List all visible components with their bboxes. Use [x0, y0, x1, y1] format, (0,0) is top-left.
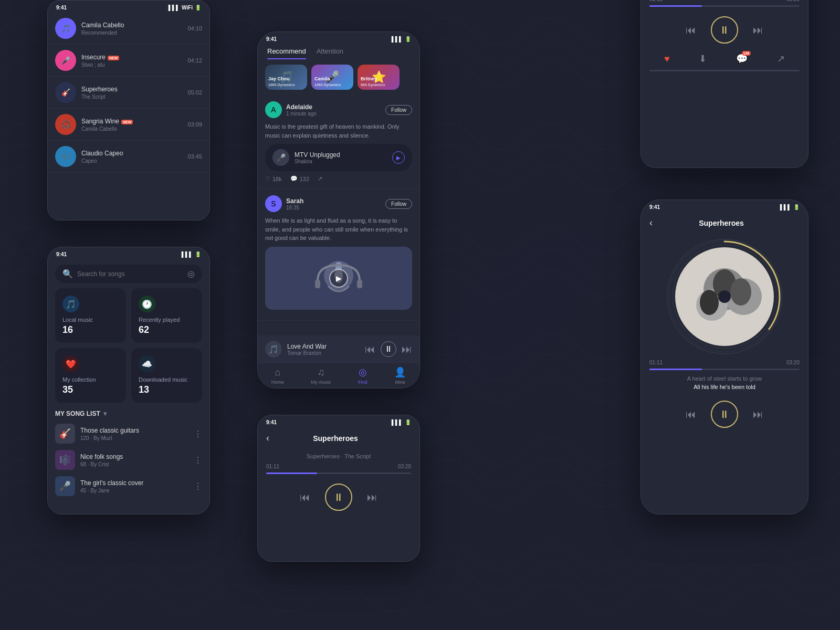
card-label: Recently played	[139, 317, 195, 323]
progress-start-5: 01:11	[649, 360, 663, 365]
more-options-icon[interactable]: ⋮	[194, 455, 202, 465]
card-count: 62	[139, 324, 195, 335]
player-header-5: ‹ Superheroes	[641, 212, 808, 234]
post-time-adelaide: 1 minute ago	[286, 111, 317, 117]
playlist-thumb: 🎤	[55, 476, 75, 496]
search-bar[interactable]: 🔍 ◎	[55, 265, 202, 283]
nav-label: Home	[271, 380, 284, 385]
list-item[interactable]: 🎼 Nice folk songs 68 · By Crist ⋮	[55, 450, 202, 470]
nav-item-home[interactable]: ⌂ Home	[271, 367, 284, 385]
avatar-adelaide: A	[265, 101, 282, 118]
phone-superheroes-player: 9:41 ▌▌▌ 🔋 ‹ Superheroes	[640, 200, 808, 514]
phone-superheroes-bottom: 9:41 ▌▌▌ 🔋 ‹ Superheroes Superheroes · T…	[257, 415, 420, 562]
song-list-item[interactable]: 🎸 Superheroes The Script 05:02	[48, 77, 209, 109]
progress-bar-4[interactable]	[641, 5, 808, 7]
song-avatar: 🎧	[55, 114, 76, 135]
song-avatar: 🎶	[55, 146, 76, 167]
more-options-icon[interactable]: ⋮	[194, 429, 202, 439]
mini-player-thumb: 🎵	[265, 341, 282, 358]
artist-chip[interactable]: ⭐ Britney864 Dynamics	[358, 65, 400, 90]
lyric-5-0: A heart of steel starts to grow	[649, 375, 800, 382]
progress-bar-6[interactable]	[258, 472, 419, 474]
song-title: Superheroes	[81, 86, 182, 93]
play-pause-btn-6[interactable]: ⏸	[325, 484, 352, 511]
more-options-icon[interactable]: ⋮	[194, 481, 202, 491]
vinyl-wrapper-5	[667, 239, 782, 354]
like-btn-4[interactable]: ♥	[664, 53, 670, 65]
tab-recommend[interactable]: Recommend	[267, 47, 306, 59]
search-input[interactable]	[77, 270, 183, 278]
nav-icon: ⌂	[275, 367, 280, 378]
song-duration: 04:10	[187, 25, 202, 32]
song-list-container: 🎵 Camila Cabello Recommended 04:10 🎤 Ins…	[48, 13, 209, 173]
song-duration: 03:09	[187, 121, 202, 128]
signal-icon-1: ▌▌▌	[169, 5, 180, 10]
playlist-items: 🎸 Those classic guitars 120 · By Muzl ⋮ …	[55, 424, 202, 496]
likes-action: ♡ 18k	[265, 175, 282, 182]
song-list-item[interactable]: 🎵 Camila Cabello Recommended 04:10	[48, 13, 209, 45]
nav-item-my-music[interactable]: ♫ My music	[311, 367, 331, 385]
track-name-adelaide: MTV Unplugged	[295, 151, 340, 159]
likes-count: 18k	[272, 176, 282, 182]
progress-end-5: 03:20	[786, 360, 800, 365]
next-btn-5[interactable]: ⏭	[753, 408, 763, 421]
nav-item-mine[interactable]: 👤 Mine	[394, 366, 406, 385]
play-btn-adelaide[interactable]: ▶	[392, 151, 405, 164]
library-card[interactable]: 🎵 Local music 16	[55, 288, 126, 343]
comment-btn-4[interactable]: 💬 148	[736, 53, 748, 65]
tab-attention[interactable]: Attention	[317, 47, 343, 59]
next-btn-6[interactable]: ⏭	[367, 491, 377, 503]
card-label: Downloaded music	[139, 376, 195, 383]
play-pause-btn-4[interactable]: ⏸	[711, 16, 738, 44]
download-btn-4[interactable]: ⬇	[699, 53, 707, 65]
progress-bar-5[interactable]	[641, 369, 808, 370]
prev-btn-6[interactable]: ⏮	[300, 491, 310, 503]
progress-times-5: 01:11 03:20	[641, 360, 808, 365]
time-1: 9:41	[56, 5, 67, 10]
song-title: Camila Cabello	[81, 22, 182, 29]
list-item[interactable]: 🎤 The girl's classic cover 45 · By Jane …	[55, 476, 202, 496]
player-title-6: Superheroes	[269, 434, 402, 443]
wifi-icon-1: WiFi	[182, 5, 193, 10]
play-pause-btn-5[interactable]: ⏸	[711, 401, 738, 428]
status-bar-1: 9:41 ▌▌▌ WiFi 🔋	[48, 1, 209, 13]
tab-bar: Recommend Attention	[258, 44, 419, 59]
prev-btn-5[interactable]: ⏮	[686, 408, 696, 421]
artist-chip[interactable]: 🎵 Jay Chou1800 Dynamics	[265, 65, 307, 90]
share-action[interactable]: ↗	[318, 175, 322, 182]
song-title: InsecureNEW	[81, 54, 182, 61]
time-3: 9:41	[266, 36, 277, 42]
player-actions-4: ♥ ⬇ 💬 148 ↗	[641, 50, 808, 68]
library-card[interactable]: 🕐 Recently played 62	[131, 288, 202, 343]
follow-btn-sarah[interactable]: Follow	[385, 199, 412, 209]
mini-player: 🎵 Love And War Tomar Braxton ⏮ ⏸ ⏭	[258, 335, 419, 363]
list-item[interactable]: 🎸 Those classic guitars 120 · By Muzl ⋮	[55, 424, 202, 444]
artist-chip[interactable]: 🎤 Camila1080 Dynamics	[311, 65, 353, 90]
status-icons-3: ▌▌▌ 🔋	[392, 36, 411, 42]
song-list-item[interactable]: 🎧 Sangria WineNEW Camila Cabello 03:09	[48, 109, 209, 141]
lyric-5-1: All his life he's been told	[649, 384, 800, 390]
song-list-item[interactable]: 🎶 Claudio Capeo Capeo 03:45	[48, 141, 209, 173]
phone-song-list: 9:41 ▌▌▌ WiFi 🔋 🎵 Camila Cabello Recomme…	[47, 0, 210, 220]
song-list-item[interactable]: 🎤 InsecureNEW Stwo ; atu 04:12	[48, 45, 209, 77]
mini-next-btn[interactable]: ⏭	[402, 343, 412, 355]
prev-btn-4[interactable]: ⏮	[686, 24, 696, 36]
post-time-sarah: 18:35	[286, 205, 303, 211]
next-btn-4[interactable]: ⏭	[753, 24, 763, 36]
library-card[interactable]: ☁️ Downloaded music 13	[131, 348, 202, 403]
library-card[interactable]: ❤️ My collection 35	[55, 348, 126, 403]
share-btn-4[interactable]: ↗	[777, 53, 785, 65]
nav-item-find[interactable]: ◎ Find	[358, 366, 368, 385]
song-avatar: 🎸	[55, 82, 76, 103]
comment-badge-4: 148	[742, 51, 751, 56]
mini-play-btn[interactable]: ⏸	[381, 341, 396, 357]
video-play-btn[interactable]: ▶	[329, 269, 348, 288]
card-icon: 🕐	[139, 296, 155, 312]
follow-btn-adelaide[interactable]: Follow	[385, 105, 412, 115]
post-text-sarah: When life is as light and fluid as a son…	[265, 216, 412, 243]
status-bar-3: 9:41 ▌▌▌ 🔋	[258, 32, 419, 44]
avatar-sarah: S	[265, 195, 282, 212]
post-name-adelaide: Adelaide	[286, 103, 317, 111]
playlist-thumb: 🎸	[55, 424, 75, 444]
mini-prev-btn[interactable]: ⏮	[365, 343, 375, 355]
